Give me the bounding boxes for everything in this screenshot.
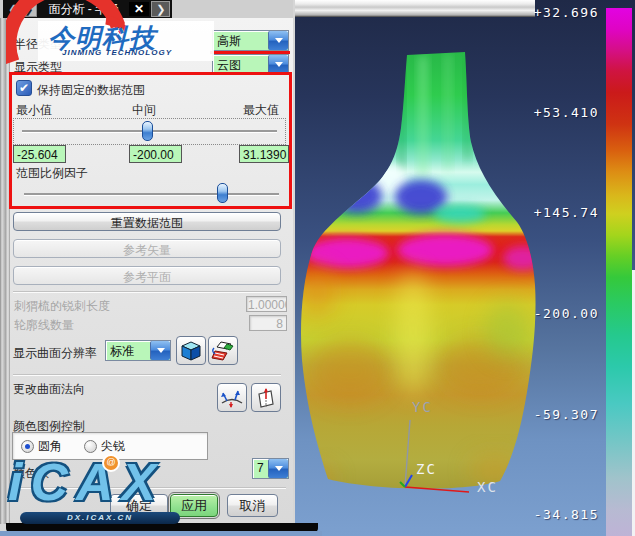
facet-display-button[interactable] [208, 336, 238, 365]
radius-type-value: 高斯 [213, 31, 268, 50]
cancel-button[interactable]: 取消 [227, 494, 278, 517]
surface-resolution-dropdown[interactable]: 标准 [105, 340, 171, 361]
dialog-tab-bar: ❮ ❯ 面分析 - 半径 ✕ ❯ [0, 0, 293, 18]
apply-button[interactable]: 应用 [170, 494, 218, 517]
graphics-viewport[interactable]: YC ZC XC +32.696 +53.410 +145.74 -200.00… [293, 0, 635, 536]
surface-resolution-value: 标准 [106, 341, 150, 360]
reset-data-range-button[interactable]: 重置数据范围 [13, 212, 281, 231]
chevron-down-icon[interactable] [150, 341, 170, 360]
desktop-edge [0, 531, 322, 536]
color-count-dropdown[interactable]: 7 [252, 458, 289, 479]
color-count-value: 7 [253, 459, 268, 478]
min-value-field[interactable]: -25.604 [13, 145, 66, 163]
surface-normals-icon [220, 387, 244, 409]
legend-style-radio-group: 圆角 尖锐 [12, 432, 208, 460]
close-icon[interactable]: ✕ [129, 2, 149, 16]
divider [13, 374, 281, 376]
color-scale-bar [606, 8, 632, 536]
change-normal-label: 更改曲面法向 [13, 381, 85, 398]
scale-value: -59.307 [524, 407, 599, 422]
keep-fixed-range-label: 保持固定的数据范围 [37, 82, 145, 99]
mid-value-field[interactable]: -200.00 [129, 145, 182, 163]
radius-type-dropdown[interactable]: 高斯 [212, 30, 289, 51]
max-value-field[interactable]: 31.1390 [239, 145, 289, 163]
reverse-direction-button[interactable] [251, 383, 281, 412]
axis-label-yc: YC [412, 399, 433, 415]
color-count-label: 颜色数 [13, 465, 49, 482]
radio-label: 尖锐 [101, 438, 125, 455]
reference-plane-button: 参考平面 [13, 266, 281, 285]
radio-unselected-icon [84, 440, 97, 453]
ok-button[interactable]: 确定 [110, 494, 168, 517]
radio-label: 圆角 [38, 438, 62, 455]
axis-label-xc: XC [477, 479, 498, 495]
wcs-axes [295, 0, 635, 536]
mid-label: 中间 [132, 102, 156, 119]
cube-icon [180, 340, 202, 362]
check-icon: ✔ [19, 81, 29, 95]
hedgehog-length-field: 1.00000 [246, 296, 287, 312]
radio-option-round[interactable]: 圆角 [21, 438, 62, 455]
dialog-title: 面分析 - 半径 [40, 1, 127, 18]
max-label: 最大值 [243, 102, 279, 119]
chevron-down-icon[interactable] [268, 31, 288, 50]
nav-forward-icon[interactable]: ❯ [151, 1, 170, 17]
contour-count-label: 轮廓线数量 [14, 317, 74, 334]
flip-normal-button[interactable] [217, 383, 247, 412]
scale-factor-slider[interactable] [24, 193, 279, 196]
scale-value: +32.696 [524, 5, 599, 20]
scale-value: -200.00 [524, 306, 599, 321]
radius-type-label: 半径类型 [14, 36, 62, 53]
scale-value: +145.74 [524, 205, 599, 220]
surface-resolution-label: 显示曲面分辨率 [13, 345, 97, 362]
nav-prev-icon[interactable]: ❯ [20, 1, 37, 17]
axis-label-zc: ZC [416, 461, 437, 477]
reference-vector-button: 参考矢量 [13, 239, 281, 258]
contour-count-field: 8 [249, 315, 287, 331]
scale-factor-label: 范围比例因子 [16, 165, 88, 182]
scale-value: -34.815 [524, 507, 599, 522]
radio-selected-icon [21, 440, 34, 453]
data-range-slider-thumb[interactable] [142, 121, 153, 141]
hedgehog-length-label: 刺猬梳的锐刺长度 [14, 298, 110, 315]
nav-back-icon[interactable]: ❮ [5, 3, 20, 16]
flip-plane-icon [255, 387, 277, 409]
face-analysis-dialog: ❮ ❯ 面分析 - 半径 ✕ ❯ 半径类型 高斯 显示类型 云图 ✔ 保持固定的… [0, 0, 293, 536]
shaded-display-button[interactable] [176, 336, 206, 365]
scale-factor-slider-thumb[interactable] [217, 183, 228, 203]
min-label: 最小值 [16, 102, 52, 119]
divider [13, 291, 281, 293]
keep-fixed-range-checkbox[interactable]: ✔ [16, 80, 32, 96]
mesh-flip-icon [211, 340, 235, 362]
chevron-down-icon[interactable] [268, 459, 288, 478]
radio-option-sharp[interactable]: 尖锐 [84, 438, 125, 455]
divider [10, 487, 286, 489]
application-window: YC ZC XC +32.696 +53.410 +145.74 -200.00… [0, 0, 635, 536]
scale-value: +53.410 [524, 105, 599, 120]
